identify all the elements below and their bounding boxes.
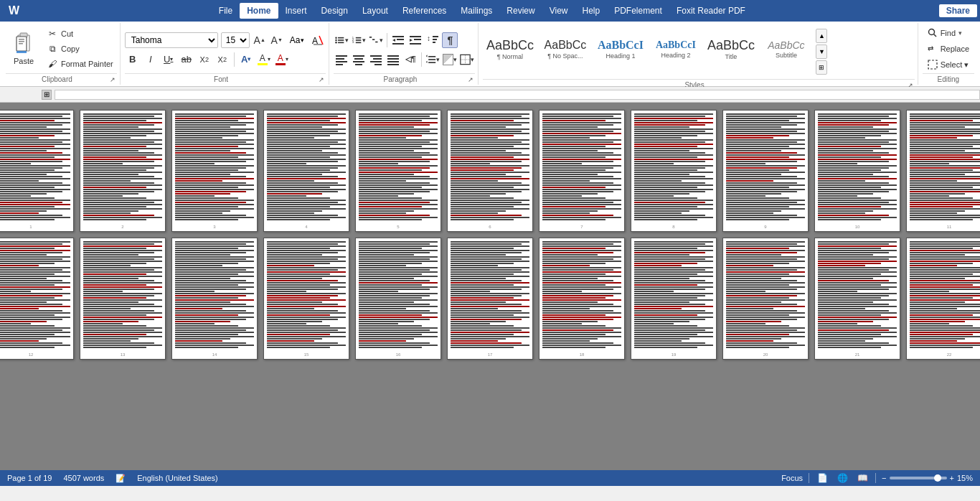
font-shrink-button[interactable]: A▼ (270, 33, 284, 47)
tab-pdfelement[interactable]: PDFelement (607, 3, 669, 19)
style-title[interactable]: AaBbCc Title (704, 24, 758, 75)
style-heading2[interactable]: AaBbCcI Heading 2 (649, 24, 702, 75)
bold-button[interactable]: B (125, 52, 141, 67)
page-9[interactable]: 9 (722, 110, 809, 232)
change-case-button[interactable]: Aa▾ (287, 33, 308, 47)
page-17[interactable]: 17 (447, 238, 533, 360)
shading-button[interactable]: ▾ (442, 52, 458, 67)
highlight-button[interactable]: A ▾ (256, 52, 272, 67)
align-center-button[interactable] (351, 52, 367, 67)
page-3[interactable]: 3 (171, 110, 258, 232)
page-11[interactable]: 11 (906, 110, 980, 232)
page-6[interactable]: 6 (447, 110, 533, 232)
find-button[interactable]: Find ▾ (923, 26, 974, 40)
tab-file[interactable]: File (212, 3, 240, 19)
styles-scroll-down[interactable]: ▼ (816, 45, 827, 59)
page-12[interactable]: 12 (0, 238, 74, 360)
align-left-button[interactable] (334, 52, 349, 67)
share-button[interactable]: Share (939, 4, 977, 17)
page-10[interactable]: 10 (814, 110, 900, 232)
print-layout-view[interactable]: 📄 (815, 471, 829, 485)
read-mode-view[interactable]: 📖 (855, 471, 870, 485)
underline-button[interactable]: U▾ (161, 52, 176, 67)
multilevel-list-button[interactable]: ▾ (368, 32, 384, 48)
font-expand[interactable]: ↗ (317, 76, 326, 83)
style-normal[interactable]: AaBbCc ¶ Normal (483, 24, 537, 75)
strikethrough-button[interactable]: ab (179, 52, 194, 67)
page-5[interactable]: 5 (355, 110, 441, 232)
page-18[interactable]: 18 (539, 238, 625, 360)
select-button[interactable]: Select ▾ (923, 57, 974, 72)
page-4[interactable]: 4 (263, 110, 349, 232)
numbering-button[interactable]: 1.2.3. ▾ (351, 32, 367, 48)
font-family-select[interactable]: Tahoma (125, 32, 218, 48)
page-14[interactable]: 14 (171, 238, 258, 360)
superscript-button[interactable]: X2 (215, 52, 230, 67)
focus-label[interactable]: Focus (781, 474, 803, 482)
tab-home[interactable]: Home (240, 3, 278, 19)
tab-help[interactable]: Help (575, 3, 607, 19)
increase-indent-button[interactable] (407, 32, 423, 48)
tab-view[interactable]: View (542, 3, 575, 19)
align-right-button[interactable] (368, 52, 384, 67)
text-effects-button[interactable]: A▾ (238, 52, 254, 67)
page-7[interactable]: 7 (539, 110, 625, 232)
copy-button[interactable]: ⧉ Copy (43, 42, 117, 56)
rtl-button[interactable]: ◁¶ (402, 52, 418, 67)
decrease-indent-button[interactable] (390, 32, 406, 48)
paste-label: Paste (14, 57, 34, 65)
tab-insert[interactable]: Insert (278, 3, 314, 19)
show-hide-marks-button[interactable]: ¶ (442, 32, 458, 48)
style-no-spacing[interactable]: AaBbCc ¶ No Spac... (538, 24, 592, 75)
bullets-button[interactable]: ▾ (334, 32, 349, 48)
justify-button[interactable] (385, 52, 401, 67)
tab-review[interactable]: Review (499, 3, 542, 19)
font-grow-button[interactable]: A▲ (253, 33, 267, 47)
tab-foxit[interactable]: Foxit Reader PDF (669, 3, 753, 19)
zoom-out-button[interactable]: − (882, 474, 886, 482)
font-size-select[interactable]: 15 (221, 32, 250, 48)
clipboard-expand[interactable]: ↗ (108, 76, 117, 83)
italic-button[interactable]: I (143, 52, 159, 67)
style-subtitle[interactable]: AaBbCc Subtitle (759, 24, 813, 75)
proofing-icon[interactable]: 📝 (116, 474, 126, 483)
subscript-button[interactable]: X2 (197, 52, 212, 67)
page-19[interactable]: 19 (631, 238, 717, 360)
page-20[interactable]: 20 (722, 238, 809, 360)
ruler-toggle[interactable]: ⊞ (42, 90, 52, 100)
tab-design[interactable]: Design (314, 3, 355, 19)
font-color-button[interactable]: A ▾ (274, 52, 290, 67)
format-painter-button[interactable]: 🖌 Format Painter (43, 57, 117, 71)
ruler: ⊞ (0, 87, 980, 103)
page-21[interactable]: 21 (814, 238, 900, 360)
page-22[interactable]: 22 (906, 238, 980, 360)
line-spacing-button[interactable]: ▾ (425, 52, 440, 67)
sort-button[interactable]: ↕ (425, 32, 440, 48)
format-painter-label: Format Painter (61, 60, 113, 68)
tab-layout[interactable]: Layout (355, 3, 395, 19)
clear-formatting-button[interactable]: A (310, 32, 326, 48)
styles-more[interactable]: ⊞ (816, 60, 827, 75)
web-layout-view[interactable]: 🌐 (835, 471, 849, 485)
styles-scroll-up[interactable]: ▲ (816, 29, 827, 43)
zoom-slider[interactable] (890, 477, 947, 479)
svg-rect-54 (429, 59, 436, 60)
document-area[interactable]: 1234567891011 1213141516171819202122 (0, 103, 980, 470)
paste-button[interactable]: Paste (6, 29, 42, 69)
svg-rect-46 (373, 58, 382, 60)
page-13[interactable]: 13 (80, 238, 166, 360)
cut-button[interactable]: ✂ Cut (43, 27, 117, 41)
page-16[interactable]: 16 (355, 238, 441, 360)
style-heading1[interactable]: AaBbCcI Heading 1 (593, 24, 647, 75)
page-15[interactable]: 15 (263, 238, 349, 360)
clipboard-label: Clipboard ↗ (6, 73, 117, 83)
tab-mailings[interactable]: Mailings (453, 3, 499, 19)
paragraph-expand[interactable]: ↗ (466, 76, 475, 83)
tab-references[interactable]: References (395, 3, 453, 19)
page-8[interactable]: 8 (631, 110, 717, 232)
page-1[interactable]: 1 (0, 110, 74, 232)
borders-button[interactable]: ▾ (459, 52, 475, 67)
zoom-in-button[interactable]: + (950, 474, 954, 482)
page-2[interactable]: 2 (80, 110, 166, 232)
replace-button[interactable]: ⇄ Replace (923, 42, 974, 56)
